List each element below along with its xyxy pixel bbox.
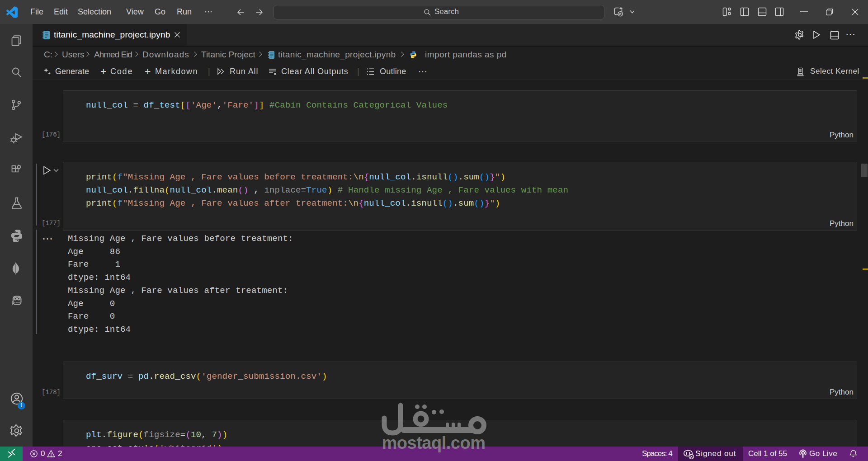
- svg-text:mostaql.com: mostaql.com: [382, 433, 486, 452]
